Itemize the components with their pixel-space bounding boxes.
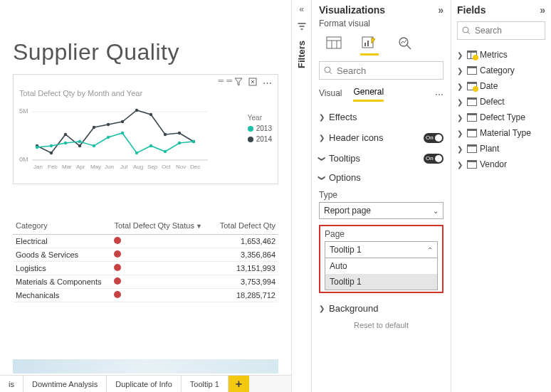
section-options[interactable]: ❯ Options [319, 172, 444, 183]
col-status[interactable]: Total Defect Qty Status▼ [111, 220, 212, 235]
chart-title: Total Defect Qty by Month and Year [19, 89, 272, 97]
chevron-down-icon: ❯ [318, 156, 326, 161]
table-row[interactable]: Mechanicals18,285,712 [13, 289, 278, 302]
drag-handle-icon[interactable]: ══ [218, 76, 235, 85]
visualizations-pane: Visualizations » Format visual Search Vi… [312, 0, 451, 392]
more-format-options-icon[interactable]: ⋯ [435, 90, 444, 100]
reset-to-default-link[interactable]: Reset to default [319, 321, 444, 329]
field-item-defect-type[interactable]: ❯Defect Type [457, 110, 545, 125]
table-row[interactable]: Electrical1,653,462 [13, 235, 278, 248]
filter-icon[interactable] [234, 78, 243, 88]
svg-text:5M: 5M [19, 107, 28, 115]
page-select[interactable]: Tooltip 1 ⌃ [325, 241, 438, 258]
field-item-material-type[interactable]: ❯Material Type [457, 125, 545, 141]
field-item-defect[interactable]: ❯Defect [457, 94, 545, 110]
tab-partial[interactable]: is [0, 376, 23, 392]
svg-text:May: May [90, 164, 101, 170]
chart-legend: Year 2013 2014 [248, 114, 272, 146]
section-tooltips[interactable]: ❯ Tooltips On [319, 153, 444, 164]
field-item-date[interactable]: ❯Date [457, 78, 545, 94]
table-row[interactable]: Goods & Services3,356,864 [13, 248, 278, 262]
sort-descending-icon: ▼ [196, 223, 202, 230]
visualizations-title: Visualizations [319, 4, 385, 16]
analytics-tab[interactable] [394, 34, 416, 51]
field-item-plant[interactable]: ❯Plant [457, 141, 545, 157]
svg-point-26 [164, 150, 167, 153]
field-label: Defect Type [480, 112, 525, 122]
tab-downtime-analysis[interactable]: Downtime Analysis [23, 376, 107, 392]
table-row[interactable]: Materials & Components3,753,994 [13, 275, 278, 289]
field-item-metrics[interactable]: ❯Metrics [457, 47, 545, 63]
tab-duplicate-of-info[interactable]: Duplicate of Info [107, 376, 182, 392]
category-table-visual[interactable]: Category Total Defect Qty Status▼ Total … [13, 220, 278, 302]
svg-point-24 [135, 152, 138, 154]
table-icon [467, 129, 477, 137]
map-visual[interactable] [13, 359, 278, 374]
add-page-button[interactable]: + [229, 376, 249, 392]
more-options-icon[interactable]: ⋯ [263, 78, 272, 88]
svg-point-18 [50, 144, 53, 147]
field-item-category[interactable]: ❯Category [457, 63, 545, 78]
expand-filters-icon[interactable]: « [299, 4, 304, 14]
format-visual-label: Format visual [319, 18, 444, 28]
page-select-options: Auto Tooltip 1 [325, 258, 438, 290]
tooltips-toggle[interactable]: On [424, 154, 444, 164]
svg-rect-41 [327, 37, 341, 48]
format-search-input[interactable]: Search [319, 61, 444, 80]
svg-text:Mar: Mar [62, 164, 72, 170]
chevron-right-icon: ❯ [457, 98, 464, 106]
search-icon [324, 66, 332, 75]
chart-plot-area: 5M 0M JanFebMarAprMayJunJulAugSepOctNovD… [19, 97, 211, 176]
field-item-vendor[interactable]: ❯Vendor [457, 157, 545, 172]
collapse-fields-icon[interactable]: » [540, 4, 545, 16]
chevron-right-icon: ❯ [457, 67, 464, 75]
col-qty[interactable]: Total Defect Qty [212, 220, 278, 235]
svg-text:Aug: Aug [133, 164, 143, 170]
subtab-general[interactable]: General [353, 87, 384, 102]
collapse-pane-icon[interactable]: » [438, 4, 444, 16]
field-label: Defect [480, 97, 505, 107]
chevron-right-icon: ❯ [457, 129, 464, 137]
type-select[interactable]: Report page ⌄ [319, 202, 444, 219]
section-background[interactable]: ❯ Background [319, 303, 444, 314]
table-icon [467, 66, 477, 75]
header-icons-toggle[interactable]: On [424, 133, 444, 143]
field-label: Plant [480, 144, 499, 154]
svg-point-25 [149, 144, 152, 147]
chevron-right-icon: ❯ [457, 114, 464, 122]
page-option-auto[interactable]: Auto [325, 258, 437, 274]
section-effects[interactable]: ❯ Effects [319, 112, 444, 122]
chevron-up-icon: ⌃ [427, 246, 433, 254]
filters-icon[interactable] [297, 21, 307, 33]
status-indicator-icon [114, 237, 121, 244]
chevron-down-icon: ❯ [318, 175, 326, 181]
format-visual-tab[interactable] [359, 34, 380, 51]
table-row[interactable]: Logistics13,151,993 [13, 262, 278, 275]
svg-point-17 [36, 146, 38, 149]
section-header-icons[interactable]: ❯ Header icons On [319, 132, 444, 143]
subtab-visual[interactable]: Visual [319, 88, 342, 101]
svg-text:Jun: Jun [105, 164, 114, 170]
svg-point-6 [50, 152, 53, 154]
chevron-right-icon: ❯ [457, 161, 464, 169]
page-option-tooltip-1[interactable]: Tooltip 1 [325, 274, 437, 290]
status-indicator-icon [114, 277, 121, 285]
search-icon [462, 26, 471, 35]
svg-text:Nov: Nov [176, 164, 186, 170]
col-category[interactable]: Category [13, 220, 111, 235]
fields-search-input[interactable]: Search [457, 21, 545, 40]
build-visual-tab[interactable] [323, 34, 345, 51]
table-icon [467, 51, 477, 59]
svg-point-23 [121, 132, 124, 134]
svg-point-12 [135, 109, 138, 112]
svg-text:Jul: Jul [120, 164, 127, 170]
svg-line-53 [468, 32, 470, 34]
calc-badge-icon [473, 55, 478, 60]
filters-label[interactable]: Filters [296, 41, 307, 68]
focus-mode-icon[interactable] [248, 78, 257, 88]
chevron-right-icon: ❯ [319, 304, 325, 312]
line-chart-visual[interactable]: ══ ⋯ Total Defect Qty by Month and Year … [13, 74, 278, 184]
tab-tooltip-1[interactable]: Tooltip 1 [182, 376, 229, 392]
calc-badge-icon [473, 86, 478, 92]
fields-pane: Fields » Search ❯Metrics❯Category❯Date❯D… [451, 0, 551, 392]
